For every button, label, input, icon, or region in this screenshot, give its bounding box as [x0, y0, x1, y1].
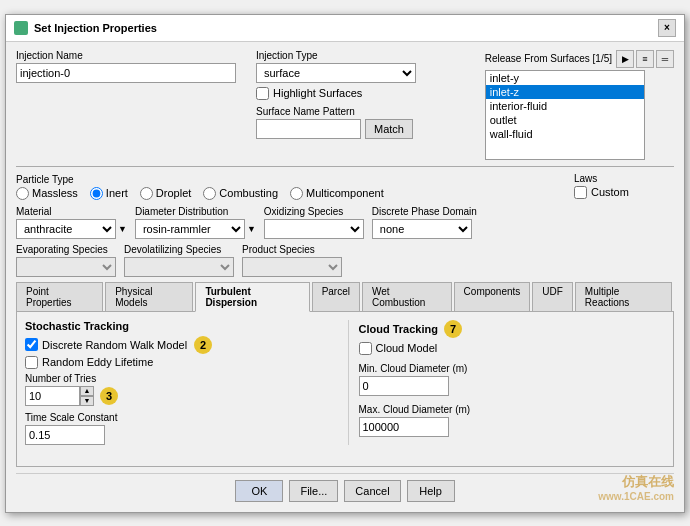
discrete-phase-domain-select[interactable]: none — [372, 219, 472, 239]
number-of-tries-spinner[interactable]: ▲ ▼ — [80, 386, 94, 406]
cloud-model-checkbox[interactable] — [359, 342, 372, 355]
product-species-select[interactable] — [242, 257, 342, 277]
particle-type-droplet[interactable]: Droplet — [140, 187, 191, 200]
stochastic-tracking-label: Stochastic Tracking — [25, 320, 332, 332]
time-scale-constant-label: Time Scale Constant — [25, 412, 332, 423]
help-button[interactable]: Help — [407, 480, 455, 502]
cancel-button[interactable]: Cancel — [344, 480, 400, 502]
match-button[interactable]: Match — [365, 119, 413, 139]
injection-name-input[interactable] — [16, 63, 236, 83]
number-of-tries-input[interactable] — [25, 386, 80, 406]
cloud-tracking-label: Cloud Tracking — [359, 323, 438, 335]
devolatilizing-species-select[interactable] — [124, 257, 234, 277]
number-of-tries-label: Number of Tries — [25, 373, 332, 384]
discrete-phase-domain-label: Discrete Phase Domain — [372, 206, 477, 217]
particle-type-massless[interactable]: Massless — [16, 187, 78, 200]
close-button[interactable]: × — [658, 19, 676, 37]
particle-type-label: Particle Type — [16, 174, 564, 185]
devolatilizing-species-label: Devolatilizing Species — [124, 244, 234, 255]
spinner-down[interactable]: ▼ — [80, 396, 94, 406]
ok-button[interactable]: OK — [235, 480, 283, 502]
particle-type-inert[interactable]: Inert — [90, 187, 128, 200]
bottom-buttons: OK File... Cancel Help — [16, 473, 674, 506]
oxidizing-species-select[interactable] — [264, 219, 364, 239]
badge-2: 2 — [194, 336, 212, 354]
discrete-random-walk-label: Discrete Random Walk Model — [42, 339, 187, 351]
particle-type-combusting[interactable]: Combusting — [203, 187, 278, 200]
particle-type-multicomponent[interactable]: Multicomponent — [290, 187, 384, 200]
highlight-surfaces-checkbox[interactable] — [256, 87, 269, 100]
surface-name-pattern-input[interactable] — [256, 119, 361, 139]
custom-laws-label: Custom — [591, 186, 629, 198]
max-cloud-diameter-input[interactable] — [359, 417, 449, 437]
evaporating-species-label: Evaporating Species — [16, 244, 116, 255]
tabs-bar: Point Properties Physical Models Turbule… — [16, 282, 674, 312]
list-item[interactable]: outlet — [486, 113, 644, 127]
material-label: Material — [16, 206, 127, 217]
stochastic-tracking-section: Stochastic Tracking Discrete Random Walk… — [25, 320, 332, 445]
injection-type-select[interactable]: surface — [256, 63, 416, 83]
release-forward-button[interactable]: ▶ — [616, 50, 634, 68]
list-item[interactable]: inlet-z — [486, 85, 644, 99]
dialog-title: Set Injection Properties — [34, 22, 157, 34]
release-from-surfaces-panel: Release From Surfaces [1/5] ▶ ≡ ═ inlet-… — [485, 50, 674, 160]
tab-physical-models[interactable]: Physical Models — [105, 282, 193, 311]
min-cloud-diameter-input[interactable] — [359, 376, 449, 396]
diameter-distribution-select[interactable]: rosin-rammler — [135, 219, 245, 239]
material-select[interactable]: anthracite — [16, 219, 116, 239]
release-from-surfaces-label: Release From Surfaces [1/5] — [485, 53, 612, 64]
discrete-random-walk-checkbox[interactable] — [25, 338, 38, 351]
release-from-surfaces-list[interactable]: inlet-y inlet-z interior-fluid outlet wa… — [485, 70, 645, 160]
title-bar: Set Injection Properties × — [6, 15, 684, 42]
file-button[interactable]: File... — [289, 480, 338, 502]
material-dropdown-arrow[interactable]: ▼ — [118, 224, 127, 234]
list-item[interactable]: inlet-y — [486, 71, 644, 85]
highlight-surfaces-label: Highlight Surfaces — [273, 87, 362, 99]
max-cloud-diameter-label: Max. Cloud Diameter (m) — [359, 404, 666, 415]
cloud-model-label: Cloud Model — [376, 342, 438, 354]
tab-turbulent-dispersion[interactable]: Turbulent Dispersion — [195, 282, 309, 312]
diameter-distribution-label: Diameter Distribution — [135, 206, 256, 217]
tab-multiple-reactions[interactable]: Multiple Reactions — [575, 282, 672, 311]
tab-wet-combustion[interactable]: Wet Combustion — [362, 282, 452, 311]
tab-parcel[interactable]: Parcel — [312, 282, 360, 311]
custom-laws-checkbox[interactable] — [574, 186, 587, 199]
set-injection-properties-dialog: Set Injection Properties × Injection Nam… — [5, 14, 685, 513]
list-item[interactable]: interior-fluid — [486, 99, 644, 113]
oxidizing-species-label: Oxidizing Species — [264, 206, 364, 217]
random-eddy-lifetime-checkbox[interactable] — [25, 356, 38, 369]
product-species-label: Product Species — [242, 244, 342, 255]
tab-point-properties[interactable]: Point Properties — [16, 282, 103, 311]
release-list-button[interactable]: ≡ — [636, 50, 654, 68]
laws-label: Laws — [574, 173, 674, 184]
random-eddy-lifetime-label: Random Eddy Lifetime — [42, 356, 153, 368]
release-equal-button[interactable]: ═ — [656, 50, 674, 68]
min-cloud-diameter-label: Min. Cloud Diameter (m) — [359, 363, 666, 374]
spinner-up[interactable]: ▲ — [80, 386, 94, 396]
diameter-dist-arrow[interactable]: ▼ — [247, 224, 256, 234]
injection-name-label: Injection Name — [16, 50, 246, 61]
badge-3: 3 — [100, 387, 118, 405]
injection-type-label: Injection Type — [256, 50, 475, 61]
badge-7: 7 — [444, 320, 462, 338]
dialog-icon — [14, 21, 28, 35]
cloud-tracking-section: Cloud Tracking 7 Cloud Model Min. Cloud … — [348, 320, 666, 445]
surface-name-pattern-label: Surface Name Pattern — [256, 106, 475, 117]
list-item[interactable]: wall-fluid — [486, 127, 644, 141]
evaporating-species-select[interactable] — [16, 257, 116, 277]
tab-content-turbulent-dispersion: Stochastic Tracking Discrete Random Walk… — [16, 312, 674, 467]
tab-components[interactable]: Components — [454, 282, 531, 311]
time-scale-constant-input[interactable] — [25, 425, 105, 445]
tab-udf[interactable]: UDF — [532, 282, 573, 311]
